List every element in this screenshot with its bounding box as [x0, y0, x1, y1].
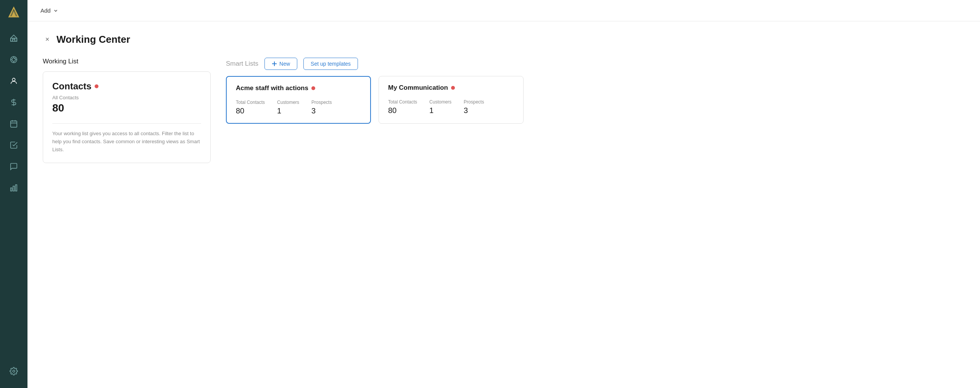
smart-lists-label: Smart Lists: [226, 60, 258, 68]
sidebar-bottom: [0, 361, 27, 388]
close-button[interactable]: ×: [43, 35, 52, 44]
main-area: Add × Working Center Working List Contac…: [27, 0, 980, 388]
acme-card-title-text: Acme staff with actions: [236, 84, 308, 92]
new-smart-list-button[interactable]: New: [264, 58, 297, 70]
acme-customers: Customers 1: [277, 100, 299, 115]
right-column: Smart Lists New Set up templates: [226, 58, 965, 124]
communication-card-title: My Communication: [388, 84, 514, 92]
setup-templates-label: Set up templates: [311, 61, 351, 67]
smart-lists-header: Smart Lists New Set up templates: [226, 58, 965, 70]
communication-prospects: Prospects 3: [464, 99, 484, 115]
svg-rect-8: [11, 188, 12, 191]
acme-stats-row: Total Contacts 80 Customers 1 Prospects …: [236, 100, 361, 115]
sidebar-nav: [0, 24, 27, 361]
sidebar-logo: [0, 0, 27, 24]
communication-card-title-text: My Communication: [388, 84, 448, 92]
page-header: × Working Center: [43, 34, 965, 45]
content-area: × Working Center Working List Contacts A…: [27, 21, 980, 388]
sidebar-item-sync[interactable]: [0, 49, 27, 70]
contacts-status-dot: [95, 84, 98, 88]
svg-point-11: [13, 370, 15, 372]
communication-status-dot: [451, 86, 455, 90]
svg-rect-9: [13, 186, 15, 191]
contacts-card: Contacts All Contacts 80 Your working li…: [43, 71, 211, 163]
svg-rect-3: [11, 38, 17, 41]
acme-card-title: Acme staff with actions: [236, 84, 361, 92]
sidebar-item-tasks[interactable]: [0, 134, 27, 156]
setup-templates-button[interactable]: Set up templates: [303, 58, 358, 70]
new-button-label: New: [279, 61, 290, 67]
contacts-description: Your working list gives you access to al…: [52, 130, 201, 154]
add-button[interactable]: Add: [37, 5, 62, 16]
all-contacts-label: All Contacts: [52, 95, 201, 100]
columns-layout: Working List Contacts All Contacts 80 Yo…: [43, 58, 965, 163]
svg-rect-10: [16, 185, 17, 191]
smart-list-card-acme[interactable]: Acme staff with actions Total Contacts 8…: [226, 76, 371, 124]
svg-rect-7: [11, 121, 17, 128]
working-list-title: Working List: [43, 58, 211, 65]
acme-prospects: Prospects 3: [311, 100, 332, 115]
communication-stats-row: Total Contacts 80 Customers 1 Prospects …: [388, 99, 514, 115]
sidebar-item-calendar[interactable]: [0, 113, 27, 134]
contacts-card-title-text: Contacts: [52, 81, 92, 92]
page-title: Working Center: [56, 34, 130, 45]
svg-point-6: [12, 78, 15, 81]
sidebar-item-messages[interactable]: [0, 156, 27, 177]
smart-list-card-communication[interactable]: My Communication Total Contacts 80 Custo…: [379, 76, 524, 124]
sidebar-item-reports[interactable]: [0, 177, 27, 199]
chevron-down-icon: [53, 8, 58, 13]
acme-status-dot: [311, 86, 315, 90]
sidebar-item-settings[interactable]: [0, 361, 27, 382]
sidebar-item-deals[interactable]: [0, 92, 27, 113]
contacts-card-header: Contacts: [52, 81, 201, 92]
card-divider: [52, 123, 201, 124]
acme-total-contacts: Total Contacts 80: [236, 100, 265, 115]
topbar: Add: [27, 0, 980, 21]
communication-total-contacts: Total Contacts 80: [388, 99, 417, 115]
sidebar-item-contacts[interactable]: [0, 70, 27, 92]
add-label: Add: [40, 7, 51, 14]
smart-list-cards: Acme staff with actions Total Contacts 8…: [226, 76, 965, 124]
left-column: Working List Contacts All Contacts 80 Yo…: [43, 58, 211, 163]
communication-customers: Customers 1: [429, 99, 451, 115]
sidebar-item-home[interactable]: [0, 27, 27, 49]
plus-icon: [272, 61, 277, 66]
sidebar: [0, 0, 27, 388]
contacts-count: 80: [52, 102, 201, 114]
